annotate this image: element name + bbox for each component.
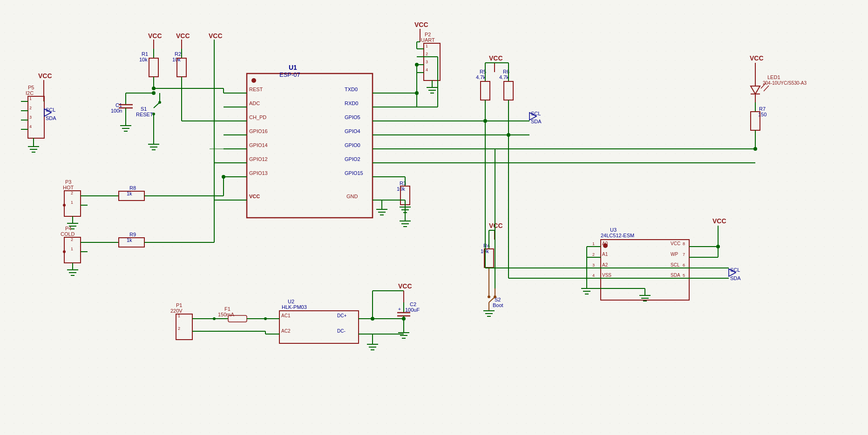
r7-value: 150	[758, 112, 766, 117]
u2-dcplus: DC+	[337, 313, 346, 318]
u3-pin7: 7	[683, 252, 685, 257]
s2-type: Boot	[493, 302, 503, 308]
r9-label: R9	[129, 232, 136, 237]
vcc-led1: VCC	[750, 54, 764, 62]
p5-pin4: 4	[29, 124, 32, 129]
vcc-r2: VCC	[176, 32, 190, 40]
u3-vss-pin: VSS	[602, 273, 611, 278]
p5-label: P5	[28, 85, 34, 90]
svg-point-224	[716, 245, 720, 248]
u3-pin5: 5	[683, 273, 685, 278]
u1-rxd0-pin: RXD0	[345, 100, 358, 106]
u3-sda-pin: SDA	[671, 273, 680, 278]
p3-pin1: 1	[71, 200, 73, 205]
u3-a2-pin: A2	[602, 262, 608, 268]
f1-label: F1	[224, 306, 231, 312]
u2-type: HLK-PM03	[282, 304, 307, 310]
p5-sda: SDA	[46, 115, 56, 121]
u3-pin1: 1	[592, 241, 595, 246]
p2-pin3: 3	[426, 60, 428, 64]
p1-type: 220V	[170, 308, 183, 314]
p4-label: P4	[65, 226, 71, 231]
u1-gpio5-pin: GPIO5	[345, 114, 360, 120]
r5-value: 4.7k	[476, 74, 486, 80]
u1-gpio16-pin: GPIO16	[249, 128, 268, 134]
u3-vcc-pin: VCC	[671, 241, 680, 246]
p3-label: P3	[65, 179, 71, 185]
f1-value: 150mA	[218, 312, 235, 317]
u1-gpio4-pin: GPIO4	[345, 128, 360, 134]
u3-type: 24LC512-ESM	[601, 233, 634, 238]
p3-type: HOT	[63, 185, 74, 190]
r8-label: R8	[129, 185, 136, 191]
p5-type: I2C	[26, 90, 34, 96]
svg-point-61	[152, 91, 156, 95]
vcc-c2: VCC	[398, 282, 412, 290]
p1-label: P1	[176, 302, 182, 308]
vcc-p5: VCC	[38, 72, 52, 80]
c2-label: C2	[410, 301, 416, 307]
svg-point-100	[222, 175, 225, 179]
p4-pin2: 2	[71, 237, 73, 242]
vcc-r5r6: VCC	[489, 54, 503, 62]
r1-value: 10k	[139, 57, 148, 62]
r1-label: R1	[142, 51, 148, 57]
u1-gpio14-pin: GPIO14	[249, 142, 268, 148]
u3-scl-out: SCL	[730, 267, 740, 273]
u1-gpio13-pin: GPIO13	[249, 170, 268, 176]
r3-value: 10k	[397, 186, 405, 192]
u1-gpio15-pin: GPIO15	[345, 170, 363, 176]
svg-point-188	[402, 317, 406, 321]
u3-wp-pin: WP	[671, 252, 678, 257]
svg-point-175	[264, 317, 267, 320]
u1-gpio12-pin: GPIO12	[249, 156, 268, 162]
c1-value: 100n	[111, 108, 122, 114]
u1-vcc-pin: VCC	[249, 194, 260, 199]
s1-label: S1	[141, 106, 147, 112]
s1-type: RESET	[136, 112, 153, 117]
svg-point-77	[63, 204, 66, 207]
p2-label: P2	[425, 32, 431, 37]
u3-a0-pin: A0	[602, 241, 608, 246]
u2-ac2: AC2	[281, 328, 291, 334]
p5-pin1: 1	[29, 96, 32, 101]
p5-scl: SCL	[46, 107, 55, 113]
p1-pin2: 2	[178, 326, 180, 331]
u1-chpd-pin: CH_PD	[249, 114, 266, 120]
c2-plus: +	[398, 307, 401, 312]
u2-dcminus: DC-	[337, 328, 346, 334]
sda-label-right: SDA	[531, 119, 542, 124]
u3-pin8: 8	[683, 241, 685, 246]
vcc-r1: VCC	[148, 32, 162, 40]
u1-gnd-pin: GND	[346, 194, 358, 199]
u1-rest-pin: REST	[249, 87, 263, 92]
u3-pin4: 4	[592, 273, 595, 278]
u3-pin3: 3	[592, 263, 595, 268]
svg-rect-2	[0, 0, 868, 435]
svg-point-51	[152, 113, 155, 115]
svg-point-194	[488, 295, 490, 298]
u1-gpio0-pin: GPIO0	[345, 142, 360, 148]
u1-gpio2-pin: GPIO2	[345, 156, 360, 162]
scl-label-right: SCL	[531, 111, 541, 116]
led1-label: LED1	[767, 74, 780, 80]
u3-scl-pin: SCL	[671, 262, 680, 268]
p4-type: COLD	[61, 231, 75, 237]
u3-pin6: 6	[683, 263, 685, 268]
svg-point-4	[251, 78, 256, 83]
u3-a1-pin: A1	[602, 252, 608, 257]
p5-pin3: 3	[29, 115, 32, 120]
p2-type: UART	[421, 37, 435, 43]
p4-pin1: 1	[71, 247, 73, 251]
svg-point-116	[415, 63, 419, 67]
vcc-u3: VCC	[712, 217, 726, 225]
u3-sda-out: SDA	[730, 275, 741, 281]
p2-pin4: 4	[426, 67, 428, 72]
u1-name-label: ESP-07	[279, 71, 300, 78]
u1-adc-pin: ADC	[249, 100, 260, 106]
vcc-p2: VCC	[414, 21, 428, 28]
vcc-r4: VCC	[489, 222, 503, 229]
p5-pin2: 2	[29, 106, 32, 110]
svg-point-85	[63, 250, 66, 253]
svg-point-117	[415, 91, 419, 95]
